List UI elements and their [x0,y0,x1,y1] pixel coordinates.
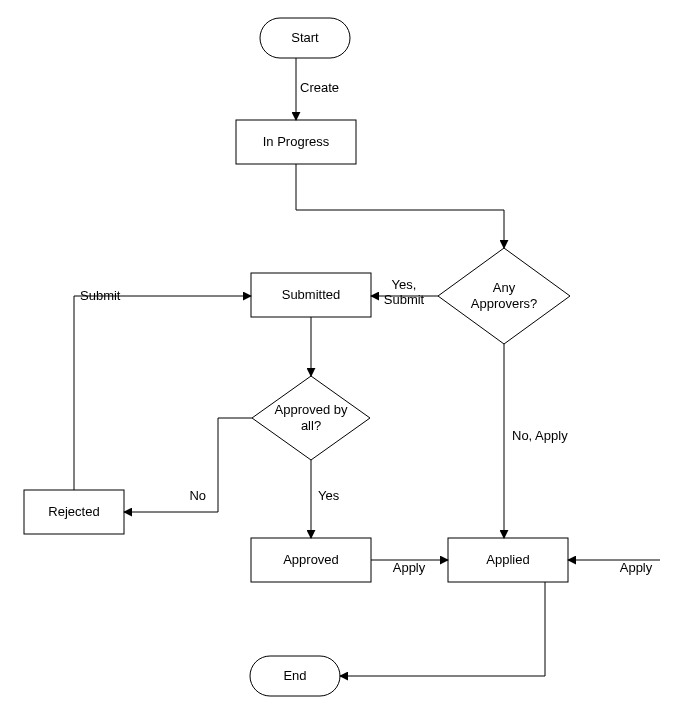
node-approved-by-all-label-1: Approved by [275,402,348,417]
edge-approvedbyall-rejected [124,418,252,512]
edge-yes-submit-label-1: Yes, [392,277,417,292]
node-approved-by-all-label-2: all? [301,418,321,433]
edge-apply-left-label: Apply [393,560,426,575]
edge-no-apply-label: No, Apply [512,428,568,443]
edge-create-label: Create [300,80,339,95]
edge-rejected-submitted [74,296,251,490]
flowchart: Start In Progress Any Approvers? Any App… [0,0,684,726]
node-in-progress-label: In Progress [263,134,330,149]
edge-yes-label: Yes [318,488,340,503]
edge-apply-right-label: Apply [620,560,653,575]
node-any-approvers-label-1: Any [493,280,516,295]
node-applied-label: Applied [486,552,529,567]
edge-inprogress-anyapprovers [296,164,504,248]
node-any-approvers-label-2: Approvers? [471,296,537,311]
node-approved-label: Approved [283,552,339,567]
edge-yes-submit-label-2: Submit [384,292,425,307]
node-submitted-label: Submitted [282,287,341,302]
edge-submit-label: Submit [80,288,121,303]
edge-no-label: No [189,488,206,503]
node-rejected-label: Rejected [48,504,99,519]
node-end-label: End [283,668,306,683]
node-start-label: Start [291,30,319,45]
edge-applied-end [340,582,545,676]
